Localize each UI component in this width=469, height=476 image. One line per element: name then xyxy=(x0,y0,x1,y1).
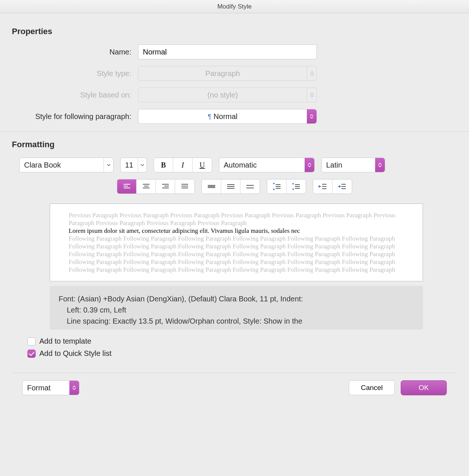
preview-sample-text: Lorem ipsum dolor sit amet, consectetur … xyxy=(69,227,404,235)
preview-area: Previous Paragraph Previous Paragraph Pr… xyxy=(50,204,423,281)
based-on-value: (no style) xyxy=(138,91,307,99)
formatting-heading: Formatting xyxy=(12,140,457,149)
font-color-value: Automatic xyxy=(219,161,305,169)
chevron-down-icon[interactable] xyxy=(104,158,113,172)
increase-para-spacing-button[interactable] xyxy=(267,179,286,194)
script-value: Latin xyxy=(322,161,375,169)
stepper-icon xyxy=(307,66,317,80)
add-to-template-label: Add to template xyxy=(39,337,91,346)
decrease-para-spacing-button[interactable] xyxy=(286,179,306,194)
stepper-icon[interactable] xyxy=(69,381,79,395)
desc-line1: Font: (Asian) +Body Asian (DengXian), (D… xyxy=(59,295,303,303)
following-select[interactable]: ¶Normal xyxy=(138,109,317,124)
stepper-icon[interactable] xyxy=(307,109,317,123)
following-value: ¶Normal xyxy=(138,112,307,121)
dialog-titlebar: Modify Style xyxy=(0,0,469,13)
spacing-single-icon xyxy=(208,185,215,188)
spacing-double-icon xyxy=(246,185,254,188)
align-center-button[interactable] xyxy=(137,179,156,194)
based-on-select: (no style) xyxy=(138,87,317,102)
stepper-icon[interactable] xyxy=(375,158,385,172)
spacing-single-button[interactable] xyxy=(202,179,221,194)
style-type-label: Style type: xyxy=(12,69,138,78)
indent-group xyxy=(313,179,352,194)
font-family-value: Clara Book xyxy=(20,161,104,169)
based-on-label: Style based on: xyxy=(12,91,138,99)
alignment-group xyxy=(117,179,195,194)
desc-line2: Left: 0.39 cm, Left xyxy=(59,304,414,315)
add-to-quick-style-label: Add to Quick Style list xyxy=(39,349,112,358)
format-menu-label: Format xyxy=(23,384,69,392)
properties-heading: Properties xyxy=(12,27,457,36)
pilcrow-icon: ¶ xyxy=(208,113,211,120)
following-label: Style for following paragraph: xyxy=(12,112,138,121)
add-to-quick-style-checkbox[interactable] xyxy=(27,350,36,358)
font-family-select[interactable]: Clara Book xyxy=(19,158,114,172)
font-size-value: 11 xyxy=(121,161,138,169)
script-select[interactable]: Latin xyxy=(321,158,385,172)
underline-button[interactable]: U xyxy=(193,158,212,172)
name-label: Name: xyxy=(12,48,138,56)
spacing-15-button[interactable] xyxy=(221,179,240,194)
stepper-icon xyxy=(307,88,317,102)
line-spacing-group xyxy=(201,179,260,194)
bold-button[interactable]: B xyxy=(154,158,173,172)
decrease-indent-button[interactable] xyxy=(313,179,332,194)
add-to-template-checkbox[interactable] xyxy=(27,337,36,346)
style-description: Font: (Asian) +Body Asian (DengXian), (D… xyxy=(50,286,423,330)
align-right-button[interactable] xyxy=(156,179,175,194)
ok-button[interactable]: OK xyxy=(401,380,447,395)
preview-following-text: Following Paragraph Following Paragraph … xyxy=(69,235,404,274)
font-style-group: B I U xyxy=(154,158,212,172)
chevron-down-icon[interactable] xyxy=(138,158,147,172)
style-type-value: Paragraph xyxy=(138,69,307,78)
preview-previous-text: Previous Paragraph Previous Paragraph Pr… xyxy=(69,211,404,227)
para-spacing-group xyxy=(267,179,306,194)
increase-para-spacing-icon xyxy=(272,183,281,190)
font-color-select[interactable]: Automatic xyxy=(219,158,315,172)
font-size-select[interactable]: 11 xyxy=(120,158,147,172)
increase-indent-icon xyxy=(338,183,347,190)
increase-indent-button[interactable] xyxy=(332,179,352,194)
format-menu-button[interactable]: Format xyxy=(22,380,79,395)
name-input[interactable] xyxy=(138,44,317,59)
spacing-15-icon xyxy=(227,184,234,189)
dialog-title: Modify Style xyxy=(217,3,252,10)
style-type-select: Paragraph xyxy=(138,66,317,81)
align-left-button[interactable] xyxy=(117,179,137,194)
desc-line3: Line spacing: Exactly 13.5 pt, Widow/Orp… xyxy=(59,315,414,327)
decrease-indent-icon xyxy=(318,183,327,190)
spacing-double-button[interactable] xyxy=(240,179,260,194)
stepper-icon[interactable] xyxy=(305,158,314,172)
align-justify-button[interactable] xyxy=(175,179,194,194)
italic-button[interactable]: I xyxy=(173,158,193,172)
cancel-button[interactable]: Cancel xyxy=(349,380,395,395)
decrease-para-spacing-icon xyxy=(292,183,301,190)
